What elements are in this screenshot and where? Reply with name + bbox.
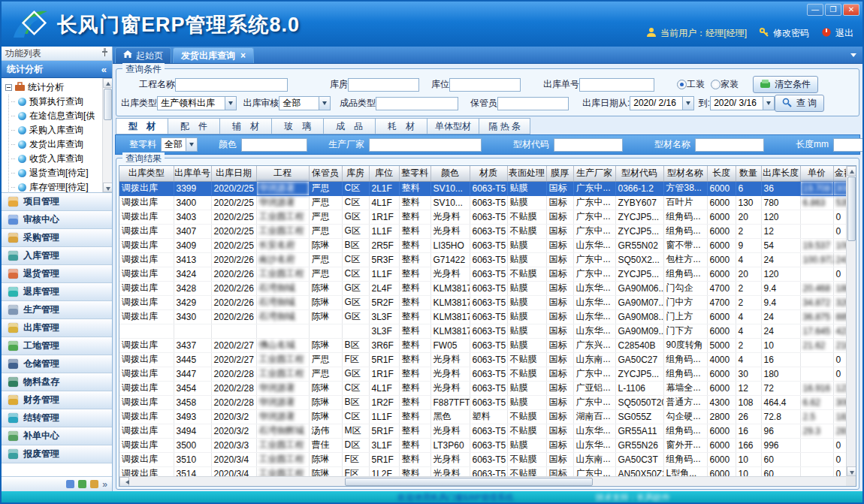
close-button[interactable]: ✕ bbox=[843, 4, 859, 16]
sidebar-menu-item[interactable]: 财务管理 bbox=[2, 391, 112, 409]
material-tab[interactable]: 玻 璃 bbox=[271, 118, 323, 134]
sidebar-menu-item[interactable]: 退库管理 bbox=[2, 283, 112, 301]
sidebar-menu-item[interactable]: 生产管理 bbox=[2, 301, 112, 319]
chevron-down-icon[interactable] bbox=[763, 96, 775, 110]
chevron-down-icon[interactable] bbox=[682, 96, 694, 110]
column-header[interactable]: 生产厂家 bbox=[573, 166, 615, 181]
order-no-input[interactable] bbox=[579, 78, 654, 92]
table-row[interactable]: 调拨出库34002020/2/25华润源著严思C区4L1F整料SV10...60… bbox=[119, 195, 846, 210]
column-header[interactable]: 整零料 bbox=[399, 166, 430, 181]
table-row[interactable]: 调拨出库34302020/2/26石湾御城陈琳G区3L3F整料KLM381760… bbox=[119, 309, 846, 324]
column-header[interactable]: 表面处理 bbox=[507, 166, 546, 181]
column-header[interactable]: 库房 bbox=[342, 166, 369, 181]
column-header[interactable]: 数量 bbox=[736, 166, 761, 181]
column-header[interactable]: 出库长度 bbox=[761, 166, 800, 181]
table-row[interactable]: 调拨出库33992020/2/25华润源著严思C区2L1F整料SV10...60… bbox=[119, 181, 846, 195]
location-input[interactable] bbox=[449, 78, 521, 92]
warehouse-input[interactable] bbox=[348, 78, 419, 92]
column-header[interactable]: 工程 bbox=[256, 166, 309, 181]
table-row[interactable]: 调拨出库34092020/2/25长安名府陈琳B区2R5F整料LI35HO606… bbox=[119, 238, 846, 252]
keeper-input[interactable] bbox=[497, 97, 569, 110]
pin-icon[interactable] bbox=[101, 48, 108, 59]
sidebar-menu-item[interactable]: 审核中心 bbox=[2, 211, 112, 229]
radio-jiazhuang[interactable] bbox=[711, 80, 721, 89]
tree-item[interactable]: 预算执行查询 bbox=[11, 95, 101, 109]
minimize-button[interactable]: — bbox=[807, 4, 823, 16]
scrollbar-thumb[interactable] bbox=[847, 177, 856, 241]
product-type-input[interactable] bbox=[376, 97, 458, 110]
radio-gongzhuang[interactable] bbox=[677, 80, 687, 89]
change-password-button[interactable]: 修改密码 bbox=[759, 27, 809, 40]
column-header[interactable]: 出库单号 bbox=[174, 166, 211, 181]
tree-root[interactable]: 统计分析 bbox=[5, 80, 101, 95]
column-header[interactable]: 长度 bbox=[707, 166, 736, 181]
tree-item[interactable]: 在途信息查询[供 bbox=[11, 109, 101, 123]
search-button[interactable]: 查 询 bbox=[775, 95, 824, 112]
whole-part-select[interactable]: 全部 bbox=[161, 137, 198, 152]
tree-scrollbar[interactable] bbox=[102, 78, 112, 192]
tree-item[interactable]: 发货出库查询 bbox=[11, 137, 101, 152]
chevron-down-icon[interactable] bbox=[225, 96, 237, 110]
tab-close-icon[interactable]: × bbox=[240, 50, 246, 61]
table-row[interactable]: 调拨出库35142020/3/4工业园工程陈琳F区1L2F整料光身料6063-T… bbox=[119, 466, 846, 476]
tab-list-dropdown-icon[interactable] bbox=[850, 53, 856, 57]
date-from-picker[interactable]: 2020/ 2/16 bbox=[630, 96, 694, 110]
tree-expander-icon[interactable] bbox=[5, 84, 12, 91]
color-input[interactable] bbox=[241, 138, 307, 152]
tree-item[interactable]: 退货查询[待定] bbox=[11, 166, 101, 180]
column-header[interactable]: 单价 bbox=[800, 166, 833, 181]
maker-input[interactable] bbox=[369, 138, 482, 152]
material-tab[interactable]: 型 材 bbox=[116, 118, 168, 134]
collapse-icon[interactable]: « bbox=[101, 64, 107, 75]
sidebar-menu-item[interactable]: 物料盘存 bbox=[2, 373, 112, 391]
sidebar-menu-item[interactable]: 采购管理 bbox=[2, 229, 112, 247]
outbound-type-select[interactable]: 生产领料出库 bbox=[157, 96, 237, 110]
tree-item[interactable]: 采购入库查询 bbox=[11, 123, 101, 137]
clear-conditions-button[interactable]: 清空条件 bbox=[753, 76, 818, 93]
table-row[interactable]: 调拨出库34242020/2/26工业园工程严思C区1L1F整料光身料6063-… bbox=[119, 267, 846, 281]
vertical-scrollbar[interactable] bbox=[846, 166, 856, 476]
scroll-up-icon[interactable] bbox=[103, 78, 112, 88]
panel-icon[interactable] bbox=[66, 480, 74, 488]
material-tab[interactable]: 配 件 bbox=[168, 118, 219, 134]
length-min-input[interactable] bbox=[833, 138, 864, 152]
sidebar-menu-item[interactable]: 工地管理 bbox=[2, 337, 112, 355]
column-header[interactable]: 材质 bbox=[470, 166, 507, 181]
profile-name-input[interactable] bbox=[695, 138, 764, 152]
tree-item[interactable]: 收货入库查询 bbox=[11, 152, 101, 166]
scroll-down-icon[interactable] bbox=[103, 183, 112, 192]
date-to-picker[interactable]: 2020/ 3/16 bbox=[710, 96, 775, 110]
table-row[interactable]: 调拨出库34032020/2/25工业园工程严思G区1R1F整料光身料6063-… bbox=[119, 210, 846, 224]
column-header[interactable]: 型材名称 bbox=[663, 166, 707, 181]
column-header[interactable]: 出库日期 bbox=[211, 166, 256, 181]
table-row[interactable]: 调拨出库34132020/2/26南沙名府严思C区5R3F整料G71422606… bbox=[119, 252, 846, 267]
table-row[interactable]: 调拨出库35002020/3/3工业园工程曹佳D区3L1F整料LT3P60606… bbox=[119, 438, 846, 452]
table-row[interactable]: 调拨出库34582020/2/28华润源著陈琳B区1R2F整料F887TFT60… bbox=[119, 395, 846, 409]
column-header[interactable]: 型材代码 bbox=[615, 166, 663, 181]
profile-code-input[interactable] bbox=[554, 138, 623, 152]
material-tab[interactable]: 耗 材 bbox=[375, 118, 427, 134]
maximize-button[interactable]: ❐ bbox=[825, 4, 841, 16]
tree-item[interactable]: 库存管理[待定] bbox=[11, 180, 101, 193]
scroll-down-icon[interactable] bbox=[847, 466, 856, 476]
scrollbar-thumb[interactable] bbox=[345, 478, 593, 486]
scroll-left-icon[interactable] bbox=[119, 477, 129, 487]
material-tab[interactable]: 单体型材 bbox=[427, 118, 479, 134]
panel-icon[interactable] bbox=[90, 480, 98, 488]
table-row[interactable]: 调拨出库34542020/2/28华润源著陈琳C区4L1F整料光身料6063-T… bbox=[119, 381, 846, 395]
table-row[interactable]: 调拨出库34282020/2/26石湾御城陈琳G区2L4F整料KLM381760… bbox=[119, 281, 846, 295]
table-row[interactable]: 调拨出库34942020/3/2石湾御辉城汤伟M区5R1F整料光身料6063-T… bbox=[119, 424, 846, 438]
sidebar-menu-item[interactable]: 补单中心 bbox=[2, 427, 112, 445]
sidebar-section-header[interactable]: 统计分析 « bbox=[2, 61, 112, 78]
table-row[interactable]: 调拨出库34932020/3/2华润源著陈琳C区1L1F整料黑色塑料不贴膜国标湖… bbox=[119, 409, 846, 424]
logout-button[interactable]: 退出 bbox=[821, 27, 853, 40]
more-buttons-icon[interactable]: » bbox=[102, 479, 107, 490]
table-row[interactable]: 调拨出库34372020/2/27佛山名城陈琳B区3R6F整料FW056063-… bbox=[119, 338, 846, 352]
material-tab[interactable]: 成 品 bbox=[323, 118, 375, 134]
material-tab[interactable]: 隔 热 条 bbox=[479, 118, 530, 134]
column-header[interactable]: 金额 bbox=[833, 166, 846, 181]
sidebar-menu-item[interactable]: 退货管理 bbox=[2, 265, 112, 283]
column-header[interactable]: 库位 bbox=[369, 166, 399, 181]
scrollbar-thumb[interactable] bbox=[104, 89, 112, 120]
table-row[interactable]: 调拨出库34472020/2/28工业园工程严思G区1R1F整料光身料6063-… bbox=[119, 367, 846, 381]
